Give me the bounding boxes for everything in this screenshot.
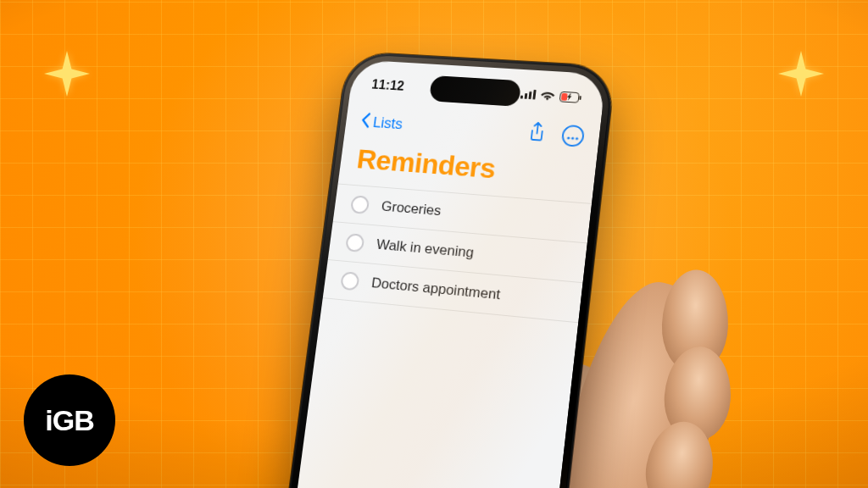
dynamic-island [429, 75, 521, 107]
svg-rect-3 [532, 90, 536, 100]
reminder-label: Walk in evening [376, 236, 475, 262]
wifi-icon [540, 90, 555, 101]
share-icon [527, 121, 547, 145]
ellipsis-icon [566, 128, 580, 143]
reminder-checkbox[interactable] [345, 233, 364, 252]
chevron-left-icon [359, 112, 371, 132]
back-button[interactable]: Lists [359, 112, 404, 135]
battery-icon [559, 91, 582, 103]
sparkle-icon [44, 51, 90, 97]
svg-rect-6 [561, 92, 568, 100]
svg-rect-1 [525, 93, 528, 99]
reminder-label: Groceries [381, 197, 442, 220]
cellular-icon [520, 89, 537, 100]
svg-rect-2 [528, 92, 531, 99]
svg-rect-5 [579, 96, 581, 100]
svg-point-9 [576, 137, 579, 140]
reminder-checkbox[interactable] [340, 271, 359, 291]
status-time: 11:12 [370, 77, 404, 93]
phone-screen: 11:12 [284, 59, 607, 488]
igb-logo-badge: iGB [24, 374, 115, 466]
share-button[interactable] [526, 123, 548, 144]
reminder-list: Groceries Walk in evening Doctors appoin… [323, 184, 592, 324]
back-label: Lists [372, 114, 403, 132]
page-title: Reminders [355, 143, 498, 185]
more-button[interactable] [561, 125, 586, 147]
reminder-label: Doctors appointment [370, 274, 501, 305]
svg-point-8 [571, 137, 575, 140]
igb-logo-text: iGB [45, 404, 93, 437]
svg-point-7 [567, 136, 570, 139]
svg-rect-0 [520, 96, 523, 99]
sparkle-icon [778, 51, 824, 97]
reminder-checkbox[interactable] [350, 195, 370, 214]
iphone-device: 11:12 [272, 34, 619, 488]
